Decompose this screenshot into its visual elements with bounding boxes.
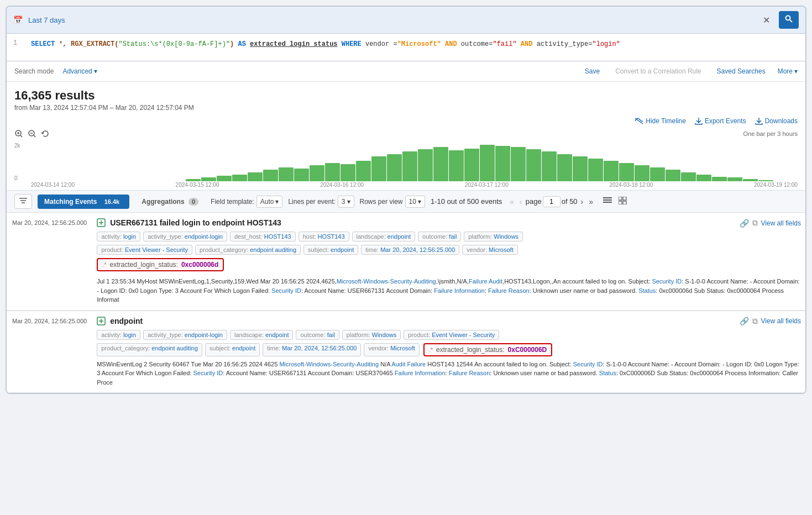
chart-bar [758, 180, 773, 181]
toolbar: Search mode Advanced ▾ Save Convert to a… [7, 61, 805, 82]
tag: time: Mar 20, 2024, 12:56:25.000 [361, 245, 459, 255]
chart-bar [464, 149, 479, 181]
chart-bar [387, 154, 402, 182]
export-events-button[interactable]: Export Events [695, 117, 746, 125]
field-template-select[interactable]: Auto ▾ [256, 196, 283, 208]
tag: subject: endpoint [303, 245, 358, 255]
reset-zoom-button[interactable] [41, 129, 50, 140]
chart-bar [511, 147, 526, 181]
chart-bar [635, 165, 649, 181]
tag: activity: login [97, 232, 140, 241]
matching-events-tab[interactable]: Matching Events 16.4k [38, 195, 129, 209]
chart-bar [619, 163, 634, 181]
chart-x-axis: 2024-03-14 12:00 2024-03-15 12:00 2024-0… [31, 182, 798, 188]
advanced-button[interactable]: Advanced ▾ [62, 67, 97, 75]
chart-bar [371, 156, 386, 181]
copy-button[interactable]: ⧉ [752, 218, 758, 228]
first-page-button[interactable]: « [507, 196, 516, 207]
event-type-icon [97, 218, 106, 227]
tag: vendor: Microsoft [364, 343, 419, 356]
page-number-input[interactable] [543, 196, 560, 207]
events-list: Mar 20, 2024, 12:56:25.000 USER667131 fa… [7, 213, 805, 393]
view-all-fields-link[interactable]: View all fields [761, 317, 801, 325]
chart-bar [727, 177, 742, 181]
chart-bar [712, 177, 727, 181]
zoom-in-button[interactable] [14, 129, 23, 140]
link-button[interactable]: 🔗 [740, 317, 749, 325]
tag: host: HOST143 [298, 232, 349, 241]
zoom-out-button[interactable] [28, 129, 36, 140]
convert-button[interactable]: Convert to a Correlation Rule [612, 66, 704, 77]
chart-bar [526, 149, 541, 181]
grid-view-button[interactable] [616, 196, 630, 208]
next-page-button[interactable]: › [579, 196, 586, 207]
chart-bar [279, 167, 294, 181]
chart-bar [340, 164, 355, 181]
chart-bar [449, 150, 464, 181]
calendar-icon: 📅 [13, 15, 23, 24]
svg-rect-14 [603, 199, 612, 201]
chart-bar [248, 172, 263, 182]
event-body: USER667131 failed login to endpoint HOST… [92, 213, 805, 310]
chart-bar [666, 170, 680, 181]
chart-bar [325, 163, 340, 181]
tag: dest_host: HOST143 [230, 232, 296, 241]
chart-bar [743, 179, 758, 181]
downloads-button[interactable]: Downloads [755, 117, 798, 125]
tag: product: Event Viewer - Security [97, 245, 192, 255]
chart-bar [495, 146, 510, 181]
event-time: Mar 20, 2024, 12:56:25.000 [7, 311, 92, 393]
svg-rect-16 [619, 197, 622, 200]
tag: time: Mar 20, 2024, 12:56:25.000 [263, 343, 361, 356]
svg-line-6 [20, 135, 22, 137]
query-editor[interactable]: 1 SELECT *, RGX_EXTRACT("Status:\s*(0x[0… [7, 34, 805, 61]
events-info: 1-10 out of 500 events [431, 197, 502, 206]
tag: product_category: endpoint auditing [195, 245, 301, 255]
more-button[interactable]: More ▾ [778, 67, 798, 75]
extracted-field-box: .* extracted_login_status: 0xc000006d [97, 258, 801, 275]
query-text[interactable]: SELECT *, RGX_EXTRACT("Status:\s*(0x[0-9… [31, 39, 620, 49]
zoom-controls [14, 129, 50, 140]
prev-page-button[interactable]: ‹ [517, 196, 525, 207]
saved-searches-button[interactable]: Saved Searches [714, 66, 769, 77]
lines-per-event-select[interactable]: 3 ▾ [338, 196, 354, 208]
chart-bar [186, 179, 201, 181]
save-button[interactable]: Save [582, 66, 603, 77]
tag: product: Event Viewer - Security [404, 330, 499, 340]
chart-bar [356, 161, 371, 181]
rows-per-view-select[interactable]: 10 ▾ [405, 196, 425, 208]
link-button[interactable]: 🔗 [740, 219, 749, 228]
svg-rect-17 [623, 197, 626, 200]
chart-bar [294, 169, 309, 181]
chart-bar [604, 161, 619, 181]
filter-button[interactable] [14, 194, 32, 209]
aggregations-tab[interactable]: Aggregations 0 [135, 195, 205, 209]
tag: activity: login [97, 330, 140, 340]
field-template-control: Field template: Auto ▾ [211, 196, 282, 208]
svg-rect-19 [623, 201, 626, 204]
tags-row-2: product_category: endpoint auditing subj… [97, 343, 801, 356]
line-number: 1 [13, 39, 24, 49]
tags-row-2: product: Event Viewer - Security product… [97, 245, 801, 255]
tag: platform: Windows [342, 330, 401, 340]
tag: vendor: Microsoft [462, 245, 517, 255]
view-all-fields-link[interactable]: View all fields [761, 219, 801, 227]
svg-point-0 [786, 16, 790, 20]
search-mode-label: Search mode [14, 67, 54, 75]
chart-bar [310, 165, 324, 181]
list-view-button[interactable] [601, 196, 614, 208]
close-button[interactable]: ✕ [759, 14, 773, 27]
last-page-button[interactable]: » [586, 196, 595, 207]
timeline-controls: Hide Timeline Export Events Downloads [7, 114, 805, 126]
pagination-controls: « ‹ page of 50 › » [507, 196, 595, 207]
copy-button[interactable]: ⧉ [752, 317, 758, 326]
view-icons [601, 196, 630, 208]
tag: landscape: endpoint [230, 330, 294, 340]
tag: landscape: endpoint [352, 232, 416, 241]
results-count: 16,365 results [14, 88, 798, 103]
hide-timeline-button[interactable]: Hide Timeline [635, 117, 686, 125]
svg-line-1 [790, 20, 792, 22]
date-range-label: Last 7 days [28, 16, 65, 24]
search-button[interactable] [779, 11, 799, 29]
chart-bar [696, 175, 711, 181]
